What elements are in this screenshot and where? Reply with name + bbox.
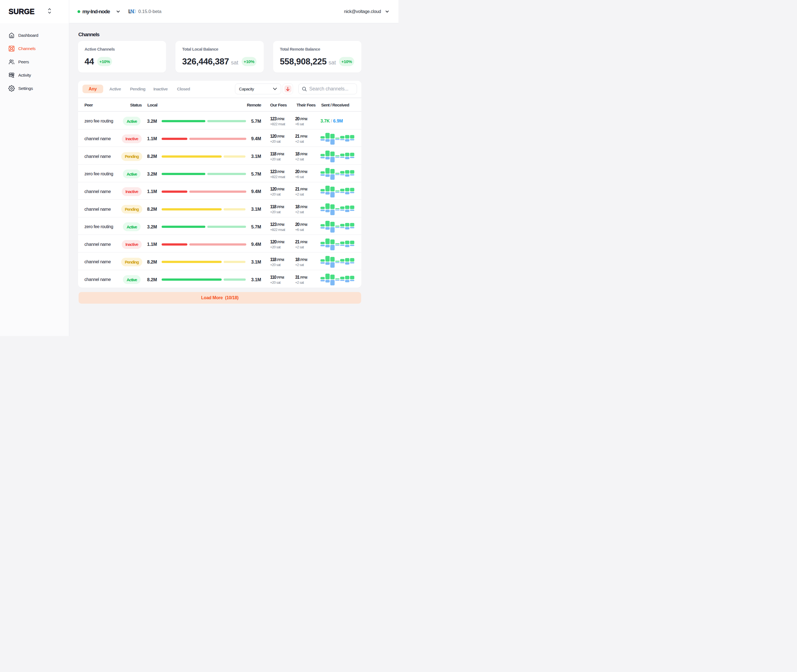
svg-text:SURGE: SURGE bbox=[9, 7, 35, 16]
svg-text:N: N bbox=[130, 9, 134, 14]
